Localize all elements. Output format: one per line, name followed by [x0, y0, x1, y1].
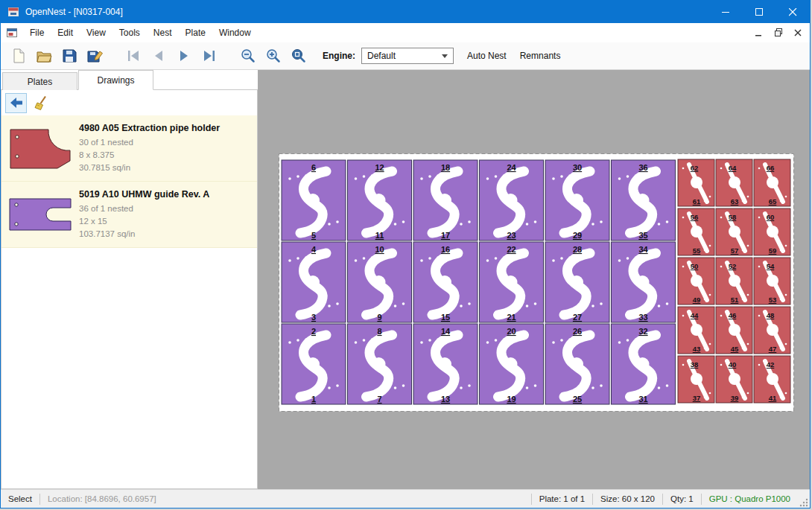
purple-part-pair[interactable]: 109 — [348, 242, 412, 322]
menu-file[interactable]: File — [23, 23, 51, 42]
menu-nest[interactable]: Nest — [147, 23, 179, 42]
purple-part-pair[interactable]: 2827 — [545, 242, 609, 322]
part-number: 22 — [507, 245, 516, 254]
part-number: 9 — [377, 313, 381, 322]
part-number: 31 — [638, 395, 647, 404]
purple-part-pair[interactable]: 1211 — [348, 160, 412, 240]
red-part-pair[interactable]: 4847 — [754, 307, 790, 354]
tab-plates[interactable]: Plates — [2, 72, 77, 90]
menu-view[interactable]: View — [80, 23, 112, 42]
previous-plate-button[interactable] — [147, 45, 171, 67]
purple-part-pair[interactable]: 1615 — [413, 242, 478, 322]
red-part-pair[interactable]: 5251 — [716, 258, 752, 305]
next-plate-button[interactable] — [172, 45, 196, 67]
purple-part-pair[interactable]: 2423 — [480, 160, 544, 240]
close-button[interactable] — [776, 1, 810, 23]
red-part-pair[interactable]: 3837 — [678, 356, 714, 403]
part-name: 4980 A05 Extraction pipe holder — [79, 122, 220, 135]
red-part-pair[interactable]: 6261 — [678, 159, 714, 206]
zoom-in-icon — [265, 48, 282, 64]
part-number: 42 — [767, 360, 775, 369]
part-size: 8 x 8.375 — [79, 149, 220, 162]
engine-dropdown[interactable]: Default — [361, 48, 454, 64]
nest-svg[interactable]: 6512111817242330293635431091615222128273… — [279, 153, 794, 412]
save-as-button[interactable] — [83, 45, 107, 67]
part-number: 47 — [769, 345, 777, 353]
auto-nest-button[interactable]: Auto Nest — [467, 51, 507, 61]
next-arrow-icon — [176, 48, 192, 64]
red-part-pair[interactable]: 4039 — [716, 356, 752, 403]
mdi-close-icon[interactable] — [790, 25, 806, 40]
mdi-restore-icon[interactable] — [770, 25, 787, 40]
purple-part-pair[interactable]: 3635 — [612, 160, 676, 240]
purple-part-pair[interactable]: 65 — [282, 160, 346, 240]
last-plate-button[interactable] — [197, 45, 221, 67]
part-item-purple[interactable]: 5019 A10 UHMW guide Rev. A 36 of 1 neste… — [1, 182, 257, 248]
menu-plate[interactable]: Plate — [179, 23, 212, 42]
part-number: 50 — [691, 262, 699, 270]
part-number: 15 — [441, 313, 450, 322]
resize-grip[interactable] — [798, 490, 810, 509]
app-icon — [7, 6, 19, 18]
minimize-button[interactable] — [709, 1, 743, 23]
part-number: 48 — [767, 311, 775, 319]
purple-part-pair[interactable]: 1817 — [413, 160, 478, 240]
red-part-pair[interactable]: 6665 — [754, 159, 790, 206]
return-part-button[interactable] — [5, 93, 27, 113]
part-number: 57 — [731, 246, 739, 255]
purple-part-pair[interactable]: 21 — [282, 324, 346, 404]
purple-part-pair[interactable]: 3433 — [612, 242, 676, 322]
purple-part-pair[interactable]: 3029 — [545, 160, 609, 240]
zoom-out-icon — [240, 48, 256, 64]
previous-arrow-icon — [150, 48, 167, 64]
red-part-pair[interactable]: 6059 — [754, 208, 790, 255]
save-button[interactable] — [57, 45, 81, 67]
new-file-button[interactable] — [7, 45, 31, 67]
red-part-pair[interactable]: 4645 — [716, 307, 752, 354]
purple-part-pair[interactable]: 87 — [348, 324, 412, 404]
purple-part-pair[interactable]: 3231 — [612, 324, 676, 404]
part-number: 20 — [507, 327, 516, 336]
mdi-minimize-icon[interactable] — [751, 25, 767, 40]
new-file-icon — [10, 47, 28, 65]
part-number: 56 — [691, 213, 699, 221]
part-number: 60 — [767, 213, 775, 221]
zoom-out-button[interactable] — [236, 45, 260, 67]
part-number: 19 — [507, 395, 516, 404]
part-number: 64 — [729, 164, 737, 172]
part-number: 33 — [638, 313, 647, 322]
zoom-in-button[interactable] — [261, 45, 285, 67]
part-number: 2 — [311, 327, 316, 336]
red-part-pair[interactable]: 5453 — [754, 258, 790, 305]
nest-canvas[interactable]: 6512111817242330293635431091615222128273… — [258, 70, 810, 489]
menu-tools[interactable]: Tools — [112, 23, 147, 42]
clear-parts-button[interactable] — [31, 93, 52, 113]
purple-part-pair[interactable]: 1413 — [413, 324, 478, 404]
red-part-pair[interactable]: 4443 — [678, 307, 714, 354]
first-plate-button[interactable] — [121, 45, 145, 67]
open-file-button[interactable] — [32, 45, 56, 67]
part-number: 17 — [441, 231, 450, 240]
red-part-pair[interactable]: 5049 — [678, 258, 714, 305]
part-item-red[interactable]: 4980 A05 Extraction pipe holder 30 of 1 … — [1, 115, 257, 182]
red-part-pair[interactable]: 5655 — [678, 208, 714, 255]
red-part-pair[interactable]: 5857 — [716, 208, 752, 255]
part-number: 30 — [573, 163, 582, 172]
purple-part-pair[interactable]: 2625 — [545, 324, 609, 404]
tab-drawings[interactable]: Drawings — [78, 70, 153, 90]
red-part-pair[interactable]: 4241 — [754, 356, 790, 403]
red-part-pair[interactable]: 6463 — [716, 159, 752, 206]
maximize-button[interactable] — [743, 1, 776, 23]
part-size: 12 x 15 — [79, 215, 209, 228]
purple-part-pair[interactable]: 2019 — [480, 324, 544, 404]
part-number: 10 — [375, 245, 384, 254]
zoom-fit-button[interactable] — [287, 45, 311, 67]
purple-part-pair[interactable]: 2221 — [480, 242, 544, 322]
purple-part-pair[interactable]: 43 — [282, 242, 346, 322]
part-number: 29 — [573, 231, 582, 240]
part-number: 26 — [573, 327, 582, 336]
menu-window[interactable]: Window — [212, 23, 258, 42]
remnants-button[interactable]: Remnants — [520, 51, 561, 61]
menu-edit[interactable]: Edit — [51, 23, 80, 42]
document-icon[interactable] — [6, 27, 18, 39]
